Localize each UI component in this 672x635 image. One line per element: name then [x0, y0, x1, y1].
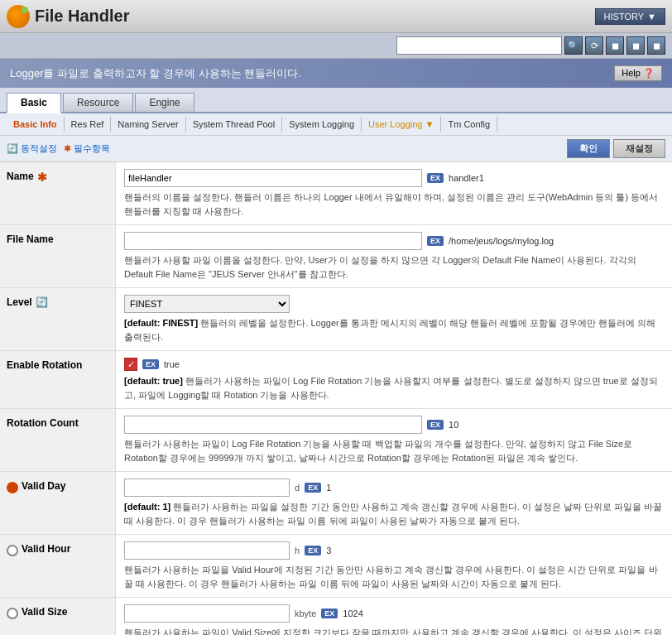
form-container: Name ✱ EX handler1 핸들러의 이름을 설정한다. 핸들러 이름…	[0, 162, 672, 635]
valid-hour-ex-value: 3	[326, 546, 331, 556]
name-ex-value: handler1	[449, 173, 484, 183]
enable-rotation-row: Enable Rotation ✓ EX true [default: true…	[0, 351, 672, 409]
rotation-count-label: Rotation Count	[0, 409, 116, 471]
valid-day-content: d EX 1 [default: 1] 핸들러가 사용하는 파일을 설정한 기간…	[116, 472, 672, 534]
button4[interactable]: ◼	[626, 36, 645, 55]
tabs: Basic Resource Engine	[7, 93, 665, 112]
icon2: ⟳	[591, 41, 598, 51]
level-label: Level 🔄	[0, 288, 116, 350]
valid-hour-radio[interactable]	[7, 545, 18, 556]
help-label: Help	[622, 68, 641, 78]
valid-hour-content: h EX 3 핸들러가 사용하는 파일을 Valid Hour에 지정된 기간 …	[116, 535, 672, 597]
valid-day-label: Valid Day	[0, 472, 116, 534]
reset-button[interactable]: 재설정	[613, 139, 665, 158]
rotation-count-ex-value: 10	[449, 420, 458, 430]
dynamic-settings-label: 동적설정	[21, 142, 57, 155]
button5[interactable]: ◼	[647, 36, 665, 55]
sub-nav: Basic Info Res Ref Naming Server System …	[0, 113, 672, 136]
valid-day-unit: d	[295, 483, 300, 493]
name-label: Name ✱	[0, 162, 116, 224]
search-input[interactable]	[396, 36, 562, 55]
valid-size-row: Valid Size kbyte EX 1024 핸들러가 사용하는 파일이 V…	[0, 598, 672, 635]
description-bar: Logger를 파일로 출력하고자 할 경우에 사용하는 핸들러이다. Help…	[0, 59, 672, 88]
description-text: Logger를 파일로 출력하고자 할 경우에 사용하는 핸들러이다.	[10, 66, 301, 81]
app-icon	[7, 5, 30, 28]
valid-size-content: kbyte EX 1024 핸들러가 사용하는 파일이 Valid Size에 …	[116, 598, 672, 635]
tab-engine[interactable]: Engine	[135, 93, 194, 112]
user-logging-dropdown-icon: ▼	[425, 119, 434, 129]
dynamic-settings-item[interactable]: 🔄 동적설정	[7, 142, 57, 155]
enable-rotation-checkbox[interactable]: ✓	[124, 358, 137, 371]
required-fields-label: 필수항목	[74, 142, 110, 155]
file-name-description: 핸들러가 사용할 파일 이름을 설정한다. 만약, User가 이 설정을 하지…	[124, 253, 664, 281]
level-row: Level 🔄 FINEST FINER FINE CONFIG INFO WA…	[0, 288, 672, 351]
button3[interactable]: ◼	[606, 36, 624, 55]
history-button[interactable]: HISTORY ▼	[595, 8, 665, 25]
valid-hour-unit: h	[295, 546, 300, 556]
valid-hour-row: Valid Hour h EX 3 핸들러가 사용하는 파일을 Valid Ho…	[0, 535, 672, 598]
subnav-system-thread-pool[interactable]: System Thread Pool	[186, 117, 282, 132]
valid-day-description: [default: 1] 핸들러가 사용하는 파일을 설정한 기간 동안만 사용…	[124, 500, 664, 527]
level-refresh-icon: 🔄	[36, 296, 48, 308]
valid-day-ex-badge: EX	[305, 483, 321, 493]
subnav-system-logging[interactable]: System Logging	[282, 117, 362, 132]
level-content: FINEST FINER FINE CONFIG INFO WARNING SE…	[116, 288, 672, 350]
valid-size-description: 핸들러가 사용하는 파일이 Valid Size에 지정한 크기보다 작을 때까…	[124, 626, 664, 635]
icon3: ◼	[612, 41, 619, 51]
app-title: File Handler	[7, 5, 129, 28]
required-fields-item[interactable]: ✱ 필수항목	[64, 142, 110, 155]
confirm-button[interactable]: 확인	[567, 139, 610, 158]
subnav-res-ref[interactable]: Res Ref	[65, 117, 112, 132]
toolbar-left: 🔄 동적설정 ✱ 필수항목	[7, 142, 110, 155]
enable-rotation-label: Enable Rotation	[0, 351, 116, 408]
rotation-count-row: Rotation Count EX 10 핸들러가 사용하는 파일이 Log F…	[0, 409, 672, 472]
name-required-icon: ✱	[37, 171, 47, 184]
level-description: [default: FINEST] 핸들러의 레벨을 설정한다. Logger를…	[124, 316, 664, 344]
top-header: File Handler HISTORY ▼	[0, 0, 672, 33]
valid-size-ex-badge: EX	[321, 609, 338, 618]
subnav-basic-info[interactable]: Basic Info	[7, 117, 65, 132]
button2[interactable]: ⟳	[585, 36, 603, 55]
rotation-count-ex-badge: EX	[427, 420, 444, 430]
file-name-row: File Name EX /home/jeus/logs/mylog.log 핸…	[0, 225, 672, 288]
valid-size-unit: kbyte	[295, 609, 316, 618]
valid-day-row: Valid Day d EX 1 [default: 1] 핸들러가 사용하는 …	[0, 472, 672, 535]
rotation-count-description: 핸들러가 사용하는 파일이 Log File Rotation 기능을 사용할 …	[124, 437, 664, 464]
rotation-count-content: EX 10 핸들러가 사용하는 파일이 Log File Rotation 기능…	[116, 409, 672, 471]
name-content: EX handler1 핸들러의 이름을 설정한다. 핸들러 이름은 하나의 L…	[116, 162, 672, 224]
name-description: 핸들러의 이름을 설정한다. 핸들러 이름은 하나의 Logger 내에서 유일…	[124, 190, 664, 218]
file-name-label: File Name	[0, 225, 116, 287]
valid-day-input[interactable]	[124, 479, 290, 497]
file-name-ex-value: /home/jeus/logs/mylog.log	[449, 236, 554, 246]
enable-rotation-description: [default: true] 핸들러가 사용하는 파일이 Log File R…	[124, 374, 664, 402]
tab-basic[interactable]: Basic	[7, 93, 61, 113]
search-icon: 🔍	[568, 41, 579, 51]
enable-rotation-ex-value: true	[164, 359, 180, 369]
name-row: Name ✱ EX handler1 핸들러의 이름을 설정한다. 핸들러 이름…	[0, 162, 672, 225]
level-select[interactable]: FINEST FINER FINE CONFIG INFO WARNING SE…	[124, 295, 290, 313]
valid-day-radio[interactable]	[7, 482, 18, 493]
required-icon: ✱	[64, 143, 71, 154]
enable-rotation-ex-badge: EX	[142, 359, 159, 369]
valid-hour-input[interactable]	[124, 541, 290, 560]
name-input[interactable]	[124, 169, 422, 187]
search-button[interactable]: 🔍	[564, 36, 583, 55]
valid-size-radio[interactable]	[7, 608, 18, 619]
subnav-tm-config[interactable]: Tm Config	[441, 117, 497, 132]
valid-size-ex-value: 1024	[343, 609, 362, 618]
tab-resource[interactable]: Resource	[63, 93, 133, 112]
name-ex-badge: EX	[427, 173, 444, 183]
valid-hour-ex-badge: EX	[305, 546, 321, 556]
search-bar: 🔍 ⟳ ◼ ◼ ◼	[0, 33, 672, 59]
file-name-ex-badge: EX	[427, 236, 444, 246]
valid-size-input[interactable]	[124, 604, 290, 623]
valid-size-label: Valid Size	[0, 598, 116, 635]
enable-rotation-content: ✓ EX true [default: true] 핸들러가 사용하는 파일이 …	[116, 351, 672, 408]
user-logging-label: User Logging	[368, 119, 422, 129]
subnav-naming-server[interactable]: Naming Server	[111, 117, 185, 132]
help-button[interactable]: Help ❓	[614, 65, 662, 81]
file-name-input[interactable]	[124, 232, 422, 250]
rotation-count-input[interactable]	[124, 416, 422, 434]
subnav-user-logging[interactable]: User Logging ▼	[362, 117, 441, 132]
dynamic-settings-icon: 🔄	[7, 143, 18, 154]
